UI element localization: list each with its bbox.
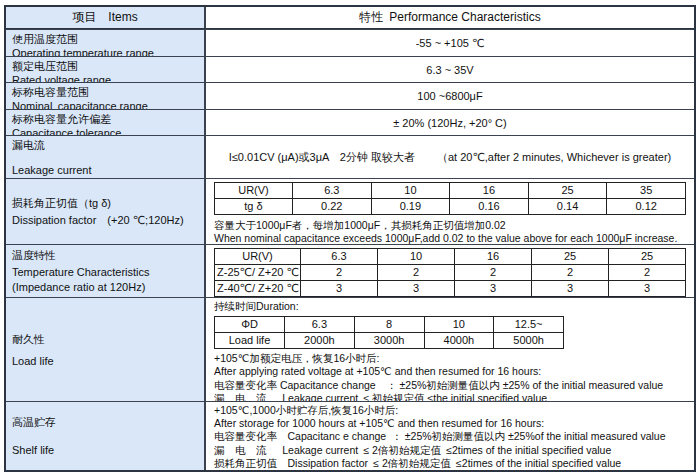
dissipation-factor-label-cell: 损耗角正切值（tg δ) Dissipation factor (+20 ℃;1… xyxy=(6,179,206,244)
label-en: Dissipation factor (+20 ℃;120Hz) xyxy=(12,214,198,227)
row-leakage-current: 漏电流 Leakage current I≤0.01CV (μA)或3μA 2分… xyxy=(6,135,694,178)
tg-delta-label: tg δ xyxy=(215,198,293,214)
row-temperature-characteristics: 温度特性 Temperature Characteristics (Impeda… xyxy=(6,244,694,297)
performance-characteristics-table: 项目 Items 特性 Performance Characteristics … xyxy=(4,5,696,472)
capacitance-tolerance-label-cell: 标称电容量允许偏差 Capacitance tolerance xyxy=(6,110,206,135)
table-row: tg δ 0.22 0.19 0.16 0.14 0.12 xyxy=(215,198,686,214)
row-capacitance-tolerance: 标称电容量允许偏差 Capacitance tolerance ± 20% (1… xyxy=(6,109,694,135)
label-en: Temperature Characteristics xyxy=(12,266,198,278)
row-operating-temperature: 使用温度范围 Operating temperature range -55 ~… xyxy=(6,29,694,56)
label-cn: 额定电压范围 xyxy=(12,59,198,74)
shelf-life-capacitance-change: 电容量变化率 Capacitanc e change ： ±25%初始测量值以内… xyxy=(214,430,694,443)
row-load-life: 耐久性 Load life 持续时间Duration: ΦD 6.3 8 10 … xyxy=(6,297,694,401)
shelf-life-leakage-current: 漏 电 流 Leakage current ≤ 2倍初始规定值 ≤2times … xyxy=(214,444,694,457)
label-cn: 温度特性 xyxy=(12,248,198,263)
load-life-capacitance-change: 电容量变化率 Capacitance change ： ±25%初始测量值以内 … xyxy=(214,379,694,392)
header-items-cell: 项目 Items xyxy=(6,7,206,28)
temperature-characteristics-content: UR(V) 6.3 10 16 25 25 Z-25℃/ Z+20 ℃ 2 2 … xyxy=(206,245,694,297)
header-characteristics-label: 特性 Performance Characteristics xyxy=(359,9,540,26)
load-life-condition-cn: +105℃加额定电压，恢复16小时后: xyxy=(214,352,694,365)
shelf-life-content: +105℃,1000小时贮存后,恢复16小时后: After storage f… xyxy=(206,402,694,470)
label-cn: 漏电流 xyxy=(12,138,198,153)
shelf-life-condition-en: After storage for 1000 hours at +105℃ an… xyxy=(214,417,694,430)
header-characteristics-cell: 特性 Performance Characteristics xyxy=(206,7,694,28)
capacitance-tolerance-value: ± 20% (120Hz, +20° C) xyxy=(206,110,694,135)
operating-temperature-label-cell: 使用温度范围 Operating temperature range xyxy=(6,30,206,56)
table-row: Load life 2000h 3000h 4000h 5000h xyxy=(215,333,564,349)
row-nominal-capacitance: 标称电容量范围 Nominal capacitance range 100 ~6… xyxy=(6,82,694,109)
datasheet-page: 项目 Items 特性 Performance Characteristics … xyxy=(0,0,700,475)
table-header-row: 项目 Items 特性 Performance Characteristics xyxy=(6,7,694,29)
load-life-label-cell: 耐久性 Load life xyxy=(6,298,206,401)
label-en: Shelf life xyxy=(12,444,198,456)
dissipation-factor-content: UR(V) 6.3 10 16 25 35 tg δ 0.22 0.19 0.1… xyxy=(206,179,694,244)
rated-voltage-value: 6.3 ~ 35V xyxy=(206,57,694,82)
row-dissipation-factor: 损耗角正切值（tg δ) Dissipation factor (+20 ℃;1… xyxy=(6,178,694,244)
rated-voltage-label-cell: 额定电压范围 Rated voltage range xyxy=(6,57,206,82)
row-shelf-life: 高温贮存 Shelf life +105℃,1000小时贮存后,恢复16小时后:… xyxy=(6,401,694,470)
table-row: ΦD 6.3 8 10 12.5~ xyxy=(215,317,564,333)
header-items-label: 项目 Items xyxy=(72,9,137,26)
label-en: Leakage current xyxy=(12,164,198,176)
dissipation-note-cn: 容量大于1000μF者，每增加1000μF，其损耗角正切值增加0.02 xyxy=(214,218,694,232)
label-cn: 标称电容量范围 xyxy=(12,85,198,100)
nominal-capacitance-label-cell: 标称电容量范围 Nominal capacitance range xyxy=(6,83,206,109)
label-en2: (Impedance ratio at 120Hz) xyxy=(12,281,198,293)
phi-d-header-cell: ΦD xyxy=(215,317,285,333)
ur-header-cell: UR(V) xyxy=(215,248,301,264)
label-cn: 高温贮存 xyxy=(12,415,198,430)
operating-temperature-value: -55 ~ +105 ℃ xyxy=(206,30,694,56)
table-row: Z-25℃/ Z+20 ℃ 2 2 2 2 2 xyxy=(215,264,686,280)
label-cn: 损耗角正切值（tg δ) xyxy=(12,196,198,210)
leakage-current-value: I≤0.01CV (μA)或3μA 2分钟 取较大者 （at 20℃,after… xyxy=(206,136,694,178)
shelf-life-condition-cn: +105℃,1000小时贮存后,恢复16小时后: xyxy=(214,404,694,417)
label-en: Load life xyxy=(12,355,198,367)
load-life-content: 持续时间Duration: ΦD 6.3 8 10 12.5~ Load lif… xyxy=(206,298,694,401)
label-cn: 使用温度范围 xyxy=(12,32,198,47)
shelf-life-dissipation-factor: 损耗角正切值 Dissipation factor ≤ 2倍初始规定值 ≤2ti… xyxy=(214,457,694,470)
load-life-condition-en: After applying rated voltage at +105℃ an… xyxy=(214,365,694,378)
leakage-current-label-cell: 漏电流 Leakage current xyxy=(6,136,206,178)
ur-header-cell: UR(V) xyxy=(215,182,293,198)
table-row: UR(V) 6.3 10 16 25 35 xyxy=(215,182,686,198)
table-row: Z-40℃/ Z+20 ℃ 3 3 3 3 3 xyxy=(215,280,686,296)
table-row: UR(V) 6.3 10 16 25 25 xyxy=(215,248,686,264)
label-cn: 标称电容量允许偏差 xyxy=(12,112,198,127)
impedance-ratio-table: UR(V) 6.3 10 16 25 25 Z-25℃/ Z+20 ℃ 2 2 … xyxy=(214,248,686,297)
temperature-characteristics-label-cell: 温度特性 Temperature Characteristics (Impeda… xyxy=(6,245,206,297)
shelf-life-label-cell: 高温贮存 Shelf life xyxy=(6,402,206,470)
duration-table: ΦD 6.3 8 10 12.5~ Load life 2000h 3000h … xyxy=(214,316,564,349)
label-cn: 耐久性 xyxy=(12,332,198,347)
row-rated-voltage: 额定电压范围 Rated voltage range 6.3 ~ 35V xyxy=(6,56,694,82)
nominal-capacitance-value: 100 ~6800μF xyxy=(206,83,694,109)
duration-title: 持续时间Duration: xyxy=(214,300,694,313)
dissipation-factor-table: UR(V) 6.3 10 16 25 35 tg δ 0.22 0.19 0.1… xyxy=(214,182,686,215)
